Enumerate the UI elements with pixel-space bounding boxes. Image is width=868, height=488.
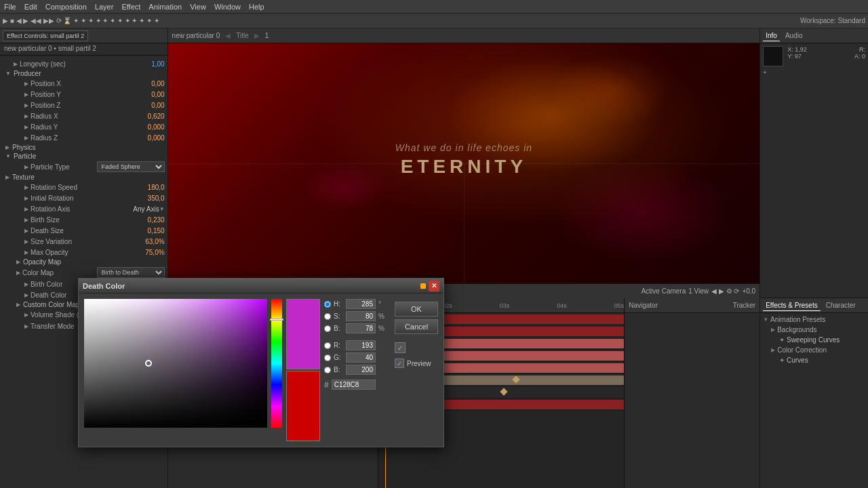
texture-group[interactable]: ▶ Texture <box>0 173 167 182</box>
bc-expand[interactable]: ▶ <box>24 281 28 287</box>
tm-expand[interactable]: ▶ <box>24 323 28 329</box>
dc-expand[interactable]: ▶ <box>24 292 28 298</box>
sat-row: S: % <box>324 311 391 321</box>
green-radio[interactable] <box>324 354 331 361</box>
rotsp-value[interactable]: 180,0 <box>124 184 165 191</box>
rady-value[interactable]: 0,000 <box>124 123 165 131</box>
opacity-map-group[interactable]: ▶ Opacity Map <box>0 258 167 266</box>
radx-expand[interactable]: ▶ <box>24 113 28 119</box>
ruler-05s: 05s <box>614 302 625 309</box>
prop-longevity: ▶ Longevity (sec) 1,00 <box>0 58 167 69</box>
hex-input[interactable] <box>332 380 376 390</box>
minimize-icon[interactable] <box>420 283 426 289</box>
green-input[interactable] <box>346 352 376 363</box>
posy-expand[interactable]: ▶ <box>24 92 28 98</box>
color-map-dropdown[interactable]: Birth to Death <box>97 267 165 278</box>
dsize-expand[interactable]: ▶ <box>24 228 28 234</box>
mop-expand[interactable]: ▶ <box>24 249 28 256</box>
menu-composition[interactable]: Composition <box>45 3 87 11</box>
color-spectrum[interactable] <box>84 299 267 428</box>
blue-row: B: <box>324 365 391 375</box>
rotsp-expand[interactable]: ▶ <box>24 184 28 190</box>
hue-slider[interactable] <box>271 299 282 428</box>
posz-expand[interactable]: ▶ <box>24 102 28 108</box>
menu-view[interactable]: View <box>190 3 206 11</box>
radz-expand[interactable]: ▶ <box>24 135 28 141</box>
bsize-expand[interactable]: ▶ <box>24 217 28 223</box>
mop-value[interactable]: 75,0% <box>124 249 165 256</box>
character-tab[interactable]: Character <box>823 300 859 310</box>
right-panel-effects: Effects & Presets Character ▼ Animation … <box>760 298 868 488</box>
backgrounds-folder[interactable]: ▶ Backgrounds <box>760 325 868 335</box>
plus-icon[interactable]: + <box>763 69 766 76</box>
blue-radio[interactable] <box>324 367 331 373</box>
hue-radio[interactable] <box>324 301 331 308</box>
right-panel-top: Info Audio X: 1,92 Y: 97 R: A: 0 <box>760 28 868 298</box>
curves-item[interactable]: ✦ Curves <box>760 355 868 365</box>
svar-expand[interactable]: ▶ <box>24 239 28 245</box>
animation-presets-folder[interactable]: ▼ Animation Presets <box>760 314 868 325</box>
menu-window[interactable]: Window <box>214 3 241 11</box>
brightness-input[interactable] <box>346 323 376 333</box>
cmap-expand[interactable]: ▶ <box>16 270 20 276</box>
hue-input[interactable] <box>346 299 376 309</box>
ptype-expand[interactable]: ▶ <box>24 164 28 170</box>
dialog-close-button[interactable]: ✕ <box>429 281 439 291</box>
red-label: R: <box>334 342 343 349</box>
color-preview-box <box>763 46 783 66</box>
sat-radio[interactable] <box>324 313 331 320</box>
rotsp-label: Rotation Speed <box>31 184 124 191</box>
svar-value[interactable]: 63,0% <box>124 238 165 245</box>
initrot-expand[interactable]: ▶ <box>24 195 28 201</box>
menu-help[interactable]: Help <box>249 3 264 11</box>
rotax-label: Rotation Axis <box>31 205 119 213</box>
rotax-expand[interactable]: ▶ <box>24 206 28 212</box>
rotax-value[interactable]: Any Axis <box>119 205 159 213</box>
menu-animation[interactable]: Animation <box>149 3 182 11</box>
ok-button[interactable]: OK <box>395 302 438 317</box>
effects-tabs: Effects & Presets Character <box>760 298 868 313</box>
preview-checkmark[interactable]: ✓ <box>395 359 404 368</box>
dialog-titlebar[interactable]: Death Color ✕ <box>79 279 443 293</box>
effects-presets-tab[interactable]: Effects & Presets <box>763 300 821 311</box>
red-radio[interactable] <box>324 342 331 349</box>
dsize-value[interactable]: 0,150 <box>124 227 165 235</box>
menu-file[interactable]: File <box>4 3 16 11</box>
initrot-value[interactable]: 350,0 <box>124 195 165 202</box>
menu-layer[interactable]: Layer <box>95 3 114 11</box>
effect-controls-tab[interactable]: Effect Controls: small partil 2 <box>3 30 88 41</box>
menu-effect[interactable]: Effect <box>121 3 140 11</box>
brightness-radio[interactable] <box>324 325 331 332</box>
blue-input[interactable] <box>346 365 376 375</box>
posy-value[interactable]: 0,00 <box>124 91 165 98</box>
prop-particle-type: ▶ Particle Type Faded Sphere <box>0 161 167 173</box>
producer-group[interactable]: ▼ Producer <box>0 69 167 78</box>
menu-edit[interactable]: Edit <box>24 3 37 11</box>
cancel-button[interactable]: Cancel <box>395 319 438 334</box>
producer-tri: ▼ <box>5 70 11 77</box>
color-values-panel: H: ° S: % B: % R: <box>324 299 391 441</box>
brightness-row: B: % <box>324 323 391 333</box>
radx-value[interactable]: 0,620 <box>124 113 165 120</box>
posz-value[interactable]: 0,00 <box>124 102 165 109</box>
physics-group[interactable]: ▶ Physics <box>0 143 167 152</box>
layer-info-text: new particular 0 • small partil 2 <box>4 45 96 52</box>
posx-value[interactable]: 0,00 <box>124 80 165 87</box>
eyedropper-button[interactable]: ✓ <box>395 342 406 353</box>
radz-value[interactable]: 0,000 <box>124 134 165 142</box>
bsize-value[interactable]: 0,230 <box>124 216 165 224</box>
particle-type-dropdown[interactable]: Faded Sphere <box>97 161 165 172</box>
vs-expand[interactable]: ▶ <box>24 312 28 318</box>
sweeping-curves-item[interactable]: ✦ Sweeping Curves <box>760 335 868 345</box>
longevity-value[interactable]: 1,00 <box>124 60 165 68</box>
audio-tab[interactable]: Audio <box>783 30 806 41</box>
info-tab[interactable]: Info <box>763 30 780 41</box>
posx-expand[interactable]: ▶ <box>24 81 28 87</box>
longevity-expand[interactable]: ▶ <box>14 61 18 67</box>
rady-expand[interactable]: ▶ <box>24 124 28 130</box>
color-correction-folder[interactable]: ▶ Color Correction <box>760 345 868 355</box>
particle-group[interactable]: ▼ Particle <box>0 152 167 161</box>
keyframe-7b[interactable] <box>500 388 507 395</box>
red-input[interactable] <box>346 340 376 350</box>
sat-input[interactable] <box>346 311 376 321</box>
